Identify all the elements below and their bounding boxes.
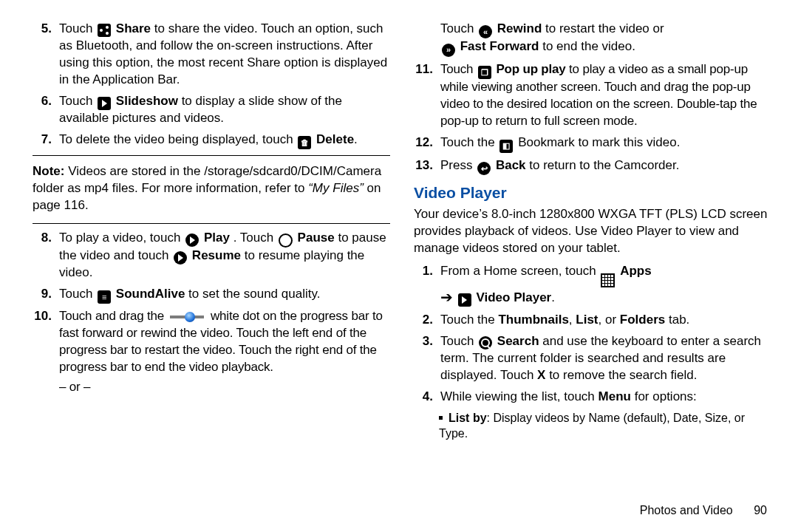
footer-section: Photos and Video: [640, 504, 733, 516]
step-body: Touch ≡ SoundAlive to set the sound qual…: [55, 286, 390, 304]
step-10: 10. Touch and drag the white dot on the …: [33, 308, 390, 396]
back-icon: ↩: [477, 162, 491, 175]
step-10-cont: Touch « Rewind to restart the video or »…: [414, 21, 771, 57]
text: to return to the Camcorder.: [529, 158, 679, 172]
vp-step-1: 1. From a Home screen, touch Apps ➔ Vide…: [414, 263, 771, 307]
label: Thumbnails: [498, 313, 568, 327]
text: Touch: [440, 62, 477, 76]
fast-forward-icon: »: [442, 44, 455, 57]
play-icon: [185, 233, 199, 247]
step-number: 3.: [414, 333, 436, 384]
step-body: Touch Slideshow to display a slide show …: [55, 93, 390, 127]
step-number: 8.: [33, 230, 55, 282]
label: Play: [204, 231, 230, 245]
step-number: 13.: [414, 157, 436, 175]
divider: [33, 155, 390, 156]
step-body: Touch ❐ Pop up play to play a video as a…: [436, 61, 771, 130]
label: Menu: [598, 389, 631, 403]
label: List: [576, 313, 598, 327]
step-body: Touch « Rewind to restart the video or »…: [436, 21, 771, 57]
spacer: [414, 21, 436, 57]
text: to end the video.: [542, 39, 635, 53]
step-body: Touch Search and use the keyboard to ent…: [436, 333, 771, 384]
slideshow-icon: [98, 97, 111, 110]
text: Touch: [59, 21, 96, 35]
label: Back: [496, 158, 526, 172]
text: for options:: [635, 389, 697, 403]
bullet-icon: [439, 416, 443, 420]
intro-text: Your device’s 8.0-inch 1280x800 WXGA TFT…: [414, 206, 771, 257]
label: Rewind: [497, 21, 542, 35]
label: X: [537, 368, 545, 382]
step-body: Press ↩ Back to return to the Camcorder.: [436, 157, 771, 175]
arrow-icon: ➔: [440, 289, 453, 305]
step-9: 9. Touch ≡ SoundAlive to set the sound q…: [33, 286, 390, 304]
text: Touch the: [440, 135, 498, 149]
manual-page: 5. Touch Share to share the video. Touch…: [0, 0, 798, 452]
text: .: [354, 132, 358, 146]
step-number: 4.: [414, 389, 436, 406]
progress-slider-icon: [170, 316, 204, 318]
step-number: 2.: [414, 312, 436, 329]
divider: [33, 223, 390, 224]
step-8: 8. To play a video, touch Play . Touch P…: [33, 230, 390, 282]
label: Share: [116, 21, 151, 35]
text: Touch: [440, 21, 477, 35]
vp-step-4-bullet: List by: Display videos by Name (default…: [414, 410, 771, 442]
step-number: 9.: [33, 286, 55, 304]
text: to set the sound quality.: [188, 287, 320, 301]
text: While viewing the list, touch: [440, 389, 598, 403]
label: Search: [497, 334, 539, 348]
step-6: 6. Touch Slideshow to display a slide sh…: [33, 93, 390, 127]
search-icon: [479, 336, 492, 349]
soundalive-icon: ≡: [98, 290, 111, 304]
text: From a Home screen, touch: [440, 264, 599, 278]
step-body: Touch Share to share the video. Touch an…: [55, 21, 390, 89]
label: Delete: [316, 132, 354, 146]
text: to remove the search field.: [549, 368, 697, 382]
resume-icon: [174, 251, 187, 265]
text: to restart the video or: [545, 21, 664, 35]
label: Pop up play: [496, 62, 565, 76]
label: List by: [449, 412, 487, 424]
step-number: 12.: [414, 134, 436, 152]
apps-icon: [601, 273, 615, 287]
section-heading: Video Player: [414, 183, 771, 203]
page-footer: Photos and Video 90: [640, 502, 767, 519]
step-5: 5. Touch Share to share the video. Touch…: [33, 21, 390, 89]
step-body: From a Home screen, touch Apps ➔ Video P…: [436, 263, 771, 307]
step-body: Touch the Thumbnails, List, or Folders t…: [436, 312, 771, 329]
or-text: – or –: [59, 379, 390, 396]
text: tab.: [665, 313, 689, 327]
text: Touch the: [440, 313, 498, 327]
label: Apps: [620, 264, 652, 278]
text: Touch: [59, 287, 96, 301]
ref: “My Files”: [308, 181, 364, 195]
text: ,: [569, 313, 576, 327]
step-body: To play a video, touch Play . Touch Paus…: [55, 230, 390, 282]
text: Press: [440, 158, 476, 172]
vp-step-4: 4. While viewing the list, touch Menu fo…: [414, 389, 771, 406]
text: Touch: [59, 94, 96, 108]
step-12: 12. Touch the ◧ Bookmark to mark this vi…: [414, 134, 771, 152]
popup-play-icon: ❐: [478, 66, 491, 79]
rewind-icon: «: [479, 25, 492, 38]
text: Bookmark to mark this video.: [518, 135, 680, 149]
note-block: Note: Videos are stored in the /storage/…: [33, 163, 390, 214]
bookmark-icon: ◧: [499, 140, 513, 153]
vp-step-2: 2. Touch the Thumbnails, List, or Folder…: [414, 312, 771, 329]
share-icon: [98, 24, 111, 37]
step-number: 6.: [33, 93, 55, 127]
note-label: Note:: [33, 164, 64, 178]
step-number: 7.: [33, 132, 55, 149]
label: Pause: [298, 231, 335, 245]
left-column: 5. Touch Share to share the video. Touch…: [33, 21, 390, 442]
step-number: 5.: [33, 21, 55, 89]
delete-icon: 🗑: [298, 136, 311, 149]
text: . Touch: [233, 231, 277, 245]
text: To delete the video being displayed, tou…: [59, 132, 296, 146]
right-column: Touch « Rewind to restart the video or »…: [414, 21, 771, 442]
step-body: While viewing the list, touch Menu for o…: [436, 389, 771, 406]
step-13: 13. Press ↩ Back to return to the Camcor…: [414, 157, 771, 175]
label: SoundAlive: [116, 287, 185, 301]
